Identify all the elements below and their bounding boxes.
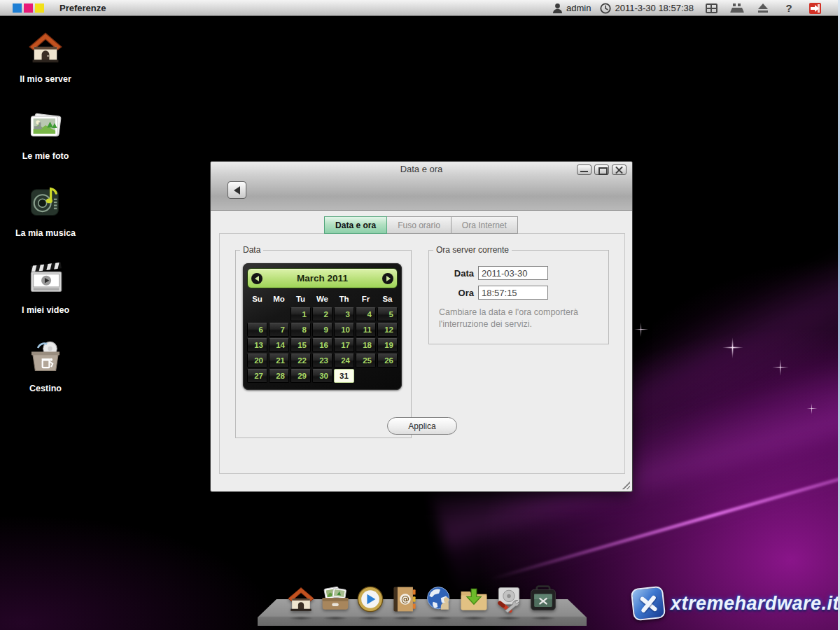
- music-icon: [27, 183, 64, 220]
- desktop-icon-my-music[interactable]: La mia musica: [10, 183, 80, 238]
- calendar-day[interactable]: 27: [247, 369, 267, 383]
- calendar-day[interactable]: 1: [290, 307, 311, 321]
- calendar-day[interactable]: 14: [269, 338, 289, 352]
- maximize-button[interactable]: [594, 164, 609, 175]
- svg-text:@: @: [401, 594, 410, 604]
- calendar-day[interactable]: 19: [377, 338, 398, 352]
- weekday-label: Su: [247, 293, 267, 305]
- desktop-icon-recycle-bin[interactable]: Cestino: [10, 339, 80, 393]
- date-group-legend: Data: [240, 245, 263, 255]
- calendar-day-blank: [377, 369, 398, 383]
- calendar-day[interactable]: 26: [377, 354, 398, 368]
- desktop-icon-my-photos[interactable]: Le mie foto: [10, 106, 80, 161]
- logout-icon: [809, 3, 821, 14]
- download-folder-icon: [458, 584, 489, 615]
- address-book-icon: @: [389, 584, 420, 615]
- resize-grip[interactable]: [620, 479, 630, 489]
- calendar-day[interactable]: 21: [269, 354, 289, 368]
- eject-button[interactable]: [755, 1, 771, 15]
- calendar-day[interactable]: 23: [312, 354, 332, 368]
- calendar-day[interactable]: 8: [290, 323, 311, 337]
- page-title: Preferenze: [59, 3, 106, 13]
- calendar-day[interactable]: 6: [247, 323, 267, 337]
- calendar-day[interactable]: 4: [356, 307, 376, 321]
- apply-button[interactable]: Applica: [387, 417, 457, 435]
- calendar-day[interactable]: 2: [312, 307, 332, 321]
- brand-logo: [13, 4, 44, 13]
- calendar-day[interactable]: 11: [356, 323, 376, 337]
- datetime-text: 2011-3-30 18:57:38: [615, 3, 694, 13]
- dock-icon-storage-tools[interactable]: [493, 584, 524, 616]
- server-time-group: Ora server corrente Data Ora Cambiare la…: [428, 245, 609, 344]
- desktop-icon-my-videos[interactable]: I miei video: [10, 260, 80, 315]
- tab-fuso-orario[interactable]: Fuso orario: [386, 216, 451, 234]
- calendar-day[interactable]: 15: [290, 338, 311, 352]
- date-field-label: Data: [429, 268, 474, 279]
- calendar-day[interactable]: 16: [312, 338, 332, 352]
- sparkle-star: [780, 367, 781, 368]
- calendar-grid: 1 2 3 4 5 6 7 8 9 10 11 12 13 14 15 16 1: [247, 307, 398, 383]
- desktop-icon-my-server[interactable]: Il mio server: [10, 29, 80, 84]
- calendar-day[interactable]: 29: [290, 369, 311, 383]
- calendar-prev-button[interactable]: [251, 273, 262, 284]
- calendar-day-blank: [247, 307, 267, 321]
- dock-icon-download-folder[interactable]: [458, 584, 489, 616]
- desktop-icon-label: Il mio server: [10, 74, 80, 84]
- top-menu-bar: Preferenze admin 2011-3-30 18:57:38 ?: [0, 0, 840, 16]
- calendar-day[interactable]: 7: [269, 323, 289, 337]
- dialog-titlebar[interactable]: Data e ora: [211, 162, 632, 211]
- back-button[interactable]: [227, 181, 246, 199]
- calendar-day[interactable]: 24: [334, 354, 354, 368]
- close-button[interactable]: [612, 164, 626, 175]
- calendar-day[interactable]: 30: [312, 369, 332, 383]
- watermark: xtremehardware.it: [632, 587, 839, 620]
- watermark-text: xtremehardware.it: [671, 593, 839, 615]
- tab-data-e-ora[interactable]: Data e ora: [324, 216, 387, 234]
- help-button[interactable]: ?: [780, 1, 797, 15]
- tab-ora-internet[interactable]: Ora Internet: [451, 216, 518, 234]
- dock-icon-media-player[interactable]: [355, 584, 386, 616]
- photo-box-icon: [320, 584, 351, 615]
- server-time-legend: Ora server corrente: [433, 245, 512, 255]
- time-input[interactable]: [478, 286, 548, 300]
- dialog-tabs: Data e ora Fuso orario Ora Internet: [211, 216, 632, 234]
- date-picker-calendar: March 2011 Su Mo Tu We Th Fr Sa 1 2: [243, 263, 402, 390]
- calendar-day[interactable]: 13: [247, 338, 267, 352]
- devices-button[interactable]: [729, 1, 746, 15]
- dock-icon-address-book[interactable]: @: [389, 584, 420, 616]
- calendar-day[interactable]: 12: [377, 323, 398, 337]
- dock-icon-photo-box[interactable]: [320, 584, 351, 616]
- weekday-label: Fr: [356, 293, 376, 305]
- sparkle-star: [732, 347, 734, 349]
- calendar-day[interactable]: 25: [356, 354, 376, 368]
- dock-icon-toolbox[interactable]: [528, 584, 559, 616]
- calendar-day[interactable]: 3: [334, 307, 354, 321]
- dock-icon-web-globe[interactable]: [424, 584, 455, 616]
- grid-view-icon: [706, 4, 718, 13]
- logout-button[interactable]: [806, 1, 823, 15]
- dock-icon-home[interactable]: [286, 584, 316, 616]
- user-name: admin: [566, 3, 591, 13]
- toolbox-icon: [528, 584, 559, 615]
- calendar-next-button[interactable]: [382, 273, 393, 284]
- calendar-day[interactable]: 18: [356, 338, 376, 352]
- clock-icon: [600, 3, 611, 14]
- calendar-day[interactable]: 17: [334, 338, 354, 352]
- date-group: Data March 2011 Su Mo Tu We Th Fr Sa: [235, 245, 412, 438]
- calendar-day[interactable]: 9: [312, 323, 332, 337]
- minimize-button[interactable]: [577, 164, 592, 175]
- calendar-day[interactable]: 10: [334, 323, 354, 337]
- weekday-label: Tu: [290, 293, 311, 305]
- calendar-day[interactable]: 28: [269, 369, 289, 383]
- calendar-day[interactable]: 20: [247, 354, 267, 368]
- user-menu[interactable]: admin: [552, 3, 591, 14]
- logo-square-magenta: [24, 4, 33, 13]
- calendar-day-selected[interactable]: 31: [334, 369, 354, 383]
- back-arrow-icon: [234, 186, 240, 195]
- calendar-day[interactable]: 5: [377, 307, 398, 321]
- calendar-day[interactable]: 22: [290, 354, 311, 368]
- tab-content-panel: Data March 2011 Su Mo Tu We Th Fr Sa: [219, 233, 625, 474]
- logo-square-blue: [13, 4, 22, 13]
- date-input[interactable]: [478, 266, 548, 280]
- grid-view-button[interactable]: [703, 1, 720, 15]
